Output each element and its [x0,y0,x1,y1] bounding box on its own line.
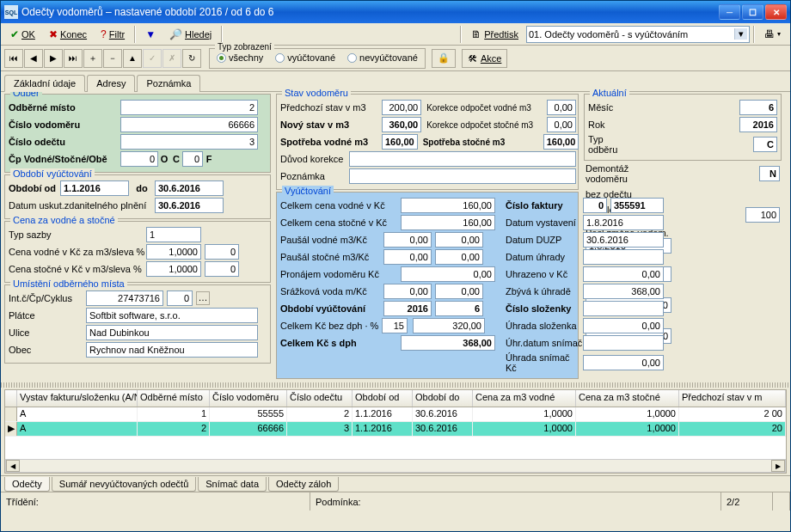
radio-vsechny[interactable]: všechny [217,52,263,63]
add-button[interactable]: ＋ [83,49,102,68]
btab-sumar[interactable]: Sumář nevyúčtovaných odečtů [52,477,196,492]
pct-deleni-input[interactable]: 100 [745,207,780,223]
lock-button[interactable]: 🔒 [432,49,456,68]
question-icon: ? [101,28,107,40]
celkem-vodne-input[interactable]: 160,00 [401,198,495,213]
cena-vodne-input[interactable]: 1,0000 [146,244,201,260]
platce-input[interactable]: Softbit software, s.r.o. [86,308,258,323]
cancel-button[interactable]: ✗ [162,49,181,68]
novy-stav-input[interactable]: 360,00 [382,117,421,132]
tab-poznamka[interactable]: Poznámka [137,75,200,92]
radio-vyuctovane[interactable]: vyúčtované [275,52,335,63]
pausal-vodne-kc-input[interactable]: 0,00 [435,232,483,248]
data-grid[interactable]: Vystav fakturu/složenku (A/N) Odběrné mí… [4,389,787,474]
confirm-button[interactable]: ✓ [143,49,162,68]
btab-odecty[interactable]: Odečty [4,477,50,492]
pausal-vodne-m3-input[interactable]: 0,00 [383,232,432,248]
hledej-button[interactable]: 🔎Hledej [163,25,218,44]
ulice-input[interactable]: Nad Dubinkou [86,325,258,340]
maximize-button[interactable]: ☐ [742,4,763,20]
cislo-vodomeru-input[interactable]: 66666 [120,117,258,132]
cp-input[interactable]: 0 [120,151,158,167]
intc-input[interactable]: 27473716 [86,290,163,306]
korekce-stocne-input[interactable]: 0,00 [547,117,576,132]
last-button[interactable]: ⏭ [64,49,83,68]
filtr-button[interactable]: ?Filtr [95,25,131,44]
spotreba-vodne-input[interactable]: 160,00 [382,134,418,150]
spotreba-stocne-input[interactable]: 160,00 [543,134,579,150]
uhrada-snimac-input[interactable]: 0,00 [583,355,664,370]
ok-button[interactable]: ✔OK [4,25,41,44]
cislo-slozenky-input[interactable] [583,301,664,316]
dph-pct-input[interactable]: 15 [382,318,408,333]
sleva-stocne-input[interactable]: 0 [205,261,239,277]
vyuctovani-group: Vyúčtování Celkem cena vodné v Kč160,00 … [276,192,579,379]
mesic-input[interactable]: 6 [739,100,777,115]
obdobi-do-input[interactable]: 30.6.2016 [155,180,224,196]
srazkova-m-input[interactable]: 0,00 [383,284,432,299]
cyklus-input[interactable]: 0 [167,290,193,306]
table-row[interactable]: ▶A26666631.1.201630.6.20161,00001,000020 [5,422,786,437]
btab-snimac[interactable]: Snímač data [198,477,267,492]
datum-duzp-input[interactable]: 30.6.2016 [583,232,664,248]
akce-button[interactable]: 🛠Akce [462,49,507,68]
cislo-odectu-input[interactable]: 3 [120,134,258,150]
datum-vystaveni-input[interactable]: 1.8.2016 [583,215,664,230]
celkem-stocne-input[interactable]: 160,00 [401,215,495,230]
uhrada-slozenka-input[interactable]: 0,00 [583,318,664,333]
odberne-misto-input[interactable]: 2 [120,100,258,115]
table-row[interactable]: A15555521.1.201630.6.20161,00001,00002 0… [5,407,786,422]
predtisk-select[interactable]: 01. Odečty vodoměrů - s vyúčtováním▾ [526,26,750,43]
pronajem-input[interactable]: 0,00 [401,266,495,282]
prev-button[interactable]: ◀ [24,49,43,68]
obdobi-mesic-input[interactable]: 6 [435,301,483,316]
rok-input[interactable]: 2016 [739,117,777,132]
sleva-vodne-input[interactable]: 0 [205,244,239,260]
cislo-faktury1-input[interactable]: 0 [583,198,607,213]
predchozi-stav-input[interactable]: 200,00 [382,100,421,115]
predtisk-button[interactable]: 🗎Předtisk [465,25,524,44]
pausal-stocne-m3-input[interactable]: 0,00 [383,249,432,265]
f0-input[interactable]: 0 [182,151,203,167]
tab-zakladni-udaje[interactable]: Základní údaje [4,75,85,92]
korekce-vodne-input[interactable]: 0,00 [547,100,576,115]
zbyva-input[interactable]: 368,00 [583,284,664,299]
close-button[interactable]: ✕ [765,4,787,20]
obdobi-rok-input[interactable]: 2016 [383,301,432,316]
konec-button[interactable]: ✖Konec [43,25,93,44]
tab-adresy[interactable]: Adresy [87,75,135,92]
cena-stocne-input[interactable]: 1,0000 [146,261,201,277]
srazkova-kc-input[interactable]: 0,00 [435,284,483,299]
obec-input[interactable]: Rychnov nad Kněžnou [86,342,258,358]
duzp-input[interactable]: 30.6.2016 [155,198,224,213]
typ-odberu-input[interactable]: C [753,137,777,152]
uhrazeno-input[interactable]: 0,00 [583,266,664,282]
pausal-stocne-kc-input[interactable]: 0,00 [435,249,483,265]
edit-button[interactable]: ▲ [123,49,142,68]
refresh-button[interactable]: ↻ [182,49,201,68]
remove-button[interactable]: － [103,49,122,68]
first-button[interactable]: ⏮ [4,49,23,68]
datum-uhrady-input[interactable] [583,249,664,265]
next-button[interactable]: ▶ [44,49,63,68]
typ-sazby-input[interactable]: 1 [146,227,201,242]
cislo-faktury2-input[interactable]: 355591 [610,198,664,213]
titlebar: SQL Odečty vodoměrů – nastavené období 2… [1,1,790,23]
splitter[interactable] [1,382,790,388]
grid-h-scrollbar[interactable]: ◀ ▶ [5,459,786,473]
poznamka-input[interactable] [349,168,576,184]
print-button[interactable]: 🖶▾ [758,25,787,44]
celkem-bez-dph-input[interactable]: 320,00 [413,318,485,333]
radio-nevyuctovane[interactable]: nevyúčtované [347,52,418,63]
filter-icon-button[interactable]: ▼ [139,25,162,44]
demontaz-input[interactable]: N [759,166,780,181]
minimize-button[interactable]: ─ [719,4,740,20]
uhr-datum-snimac-input[interactable] [583,335,664,351]
obdobi-od-input[interactable]: 1.1.2016 [60,180,129,196]
scroll-left-button[interactable]: ◀ [6,460,20,472]
scroll-right-button[interactable]: ▶ [771,460,785,472]
duvod-korekce-input[interactable] [349,151,576,167]
celkem-s-dph-input[interactable]: 368,00 [401,335,495,351]
lookup-icon[interactable]: … [196,291,210,305]
btab-odecty-zaloh[interactable]: Odečty záloh [268,477,339,492]
